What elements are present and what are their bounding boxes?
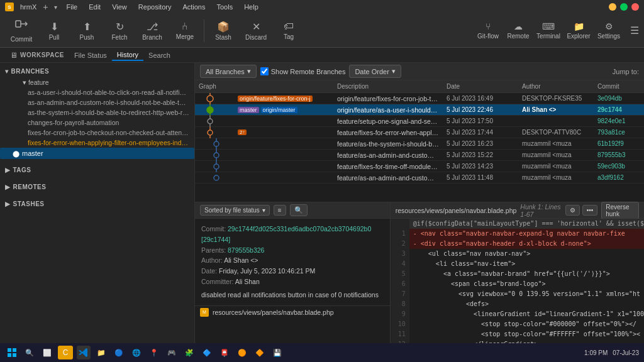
row-commit: 793a81ce	[594, 129, 644, 136]
minimize-btn[interactable]	[609, 3, 616, 11]
diff-more-btn[interactable]: •••	[582, 205, 598, 216]
history-row[interactable]: feature/as-an-admin-and-custom-role-i-sh…	[195, 172, 644, 184]
row-graph	[195, 172, 333, 184]
diff-line-content: @if($configData["mainLayoutType"] === 'h…	[409, 219, 644, 229]
commit-button[interactable]: Commit	[5, 16, 38, 45]
menu-actions[interactable]: Actions	[180, 2, 208, 12]
fetch-button[interactable]: ↻ Fetch	[103, 16, 136, 45]
row-desc: feature/setup-one-signal-and-session-tim…	[333, 118, 443, 125]
master-branch-item[interactable]: ⬤ master	[0, 148, 194, 159]
branches-arrow-icon: ▾	[5, 68, 9, 75]
file-status-tab[interactable]: File Status	[69, 50, 112, 60]
list-view-btn[interactable]: ≡	[274, 205, 286, 216]
history-row[interactable]: feature/as-the-system-i-should-be-able-t…	[195, 138, 644, 150]
history-row-selected[interactable]: master origin/master origin/feature/as-a…	[195, 104, 644, 116]
commit-message: disabled read all notifications button i…	[201, 290, 384, 300]
show-remote-input[interactable]	[260, 67, 269, 75]
show-remote-checkbox[interactable]: Show Remote Branches	[260, 67, 346, 75]
extra-icon-7[interactable]: 📮	[218, 346, 231, 359]
author-line: Author: Ali Shan <>	[201, 255, 384, 266]
add-repo-btn[interactable]: +	[43, 2, 48, 12]
expand-icon[interactable]: ▾	[54, 4, 57, 11]
push-button[interactable]: ⬆ Push	[70, 16, 103, 45]
branch-button[interactable]: ⎇ Branch	[136, 16, 169, 45]
branch-item-5[interactable]: fixes-for-cron-job-to-checkout-non-check…	[0, 128, 194, 138]
changed-file-item[interactable]: M resources/views/panels/navbar.blade.ph…	[195, 306, 390, 319]
branch-item-4[interactable]: changes-for-payroll-automation	[0, 118, 194, 128]
task-view-btn[interactable]: ⬜	[40, 346, 54, 359]
tag-button[interactable]: 🏷 Tag	[272, 16, 305, 45]
chrome-taskbar-btn[interactable]: C	[58, 346, 73, 359]
diff-settings-btn[interactable]: ⚙	[565, 205, 580, 216]
git-flow-button[interactable]: ⑂ Git-flow	[474, 16, 502, 45]
hamburger-menu-icon[interactable]: ☰	[630, 25, 639, 36]
extra-icon-4[interactable]: 🎮	[165, 346, 179, 359]
close-btn[interactable]	[631, 3, 639, 11]
branch-item-1[interactable]: as-a-user-i-should-not-able-to-click-on-…	[0, 87, 194, 97]
branch-item-2[interactable]: as-an-admin-and-custom-role-i-should-not…	[0, 97, 194, 107]
menu-tools[interactable]: Tools	[214, 2, 235, 12]
extra-icon-2[interactable]: 🌐	[130, 346, 143, 359]
row-desc: origin/feature/fixes-for-cron-job-to-che…	[333, 95, 443, 102]
history-row[interactable]: 2↑ feature/fixes-for-error-when-applying…	[195, 127, 644, 138]
jump-to-label: Jump to:	[613, 68, 639, 75]
extra-icon-1[interactable]: 🔵	[112, 346, 126, 359]
stash-label: Stash	[215, 34, 231, 41]
tags-header[interactable]: ▶ TAGS	[0, 164, 194, 176]
extra-icon-9[interactable]: 🔶	[253, 346, 267, 359]
branch-item-3[interactable]: as-the-system-i-should-be-able-to-redire…	[0, 107, 194, 118]
row-commit: 59ec903b	[594, 163, 644, 170]
committer-line: Committer: Ali Shan	[201, 277, 384, 287]
settings-button[interactable]: ⚙ Settings	[595, 16, 623, 45]
row-date: 5 Jul 2023 14:23	[443, 163, 518, 170]
branches-header[interactable]: ▾ BRANCHES	[0, 65, 194, 77]
vscode-taskbar-btn[interactable]	[77, 346, 91, 359]
row-author: muzammil <muza	[518, 140, 594, 147]
history-row[interactable]: origin/feature/fixes-for-cron-j origin/f…	[195, 93, 644, 104]
history-row[interactable]: feature/setup-one-signal-and-session-tim…	[195, 116, 644, 127]
maximize-btn[interactable]	[620, 3, 628, 11]
search-icon: 🔍	[294, 206, 303, 214]
start-btn[interactable]	[5, 346, 19, 359]
author-label: Author:	[201, 256, 224, 264]
reverse-hunk-btn[interactable]: Reverse hunk	[601, 202, 639, 219]
pull-button[interactable]: ⬇ Pull	[38, 16, 70, 45]
stash-button[interactable]: 📦 Stash	[207, 16, 240, 45]
extra-icon-6[interactable]: 🔷	[200, 346, 214, 359]
extra-icon-10[interactable]: 💾	[270, 346, 284, 359]
tags-arrow-icon: ▶	[5, 167, 11, 173]
history-row[interactable]: feature/fixes-for-time-off-module-on-the…	[195, 161, 644, 172]
remote-button[interactable]: ☁ Remote	[504, 16, 532, 45]
menu-repository[interactable]: Repository	[136, 2, 174, 12]
extra-icon-5[interactable]: 🧩	[182, 346, 196, 359]
row-desc: origin/feature/as-a-user-i-should-not-be…	[333, 106, 443, 114]
folder-taskbar-btn[interactable]: 📁	[94, 346, 108, 359]
discard-button[interactable]: ✕ Discard	[240, 16, 272, 45]
stashes-header[interactable]: ▶ STASHES	[0, 198, 194, 210]
date-order-dropdown[interactable]: Date Order ▾	[349, 65, 401, 78]
history-row[interactable]: feature/as-an-admin-and-custom-role-i-sh…	[195, 150, 644, 161]
extra-icon-8[interactable]: 🟠	[235, 346, 249, 359]
search-btn[interactable]: 🔍	[290, 204, 308, 216]
branch-item-6[interactable]: fixes-for-error-when-applying-filter-on-…	[0, 138, 194, 148]
merge-button[interactable]: ⑃ Merge	[169, 16, 201, 45]
search-taskbar-btn[interactable]: 🔍	[23, 346, 36, 359]
extra-icon-3[interactable]: 📍	[147, 346, 161, 359]
menu-edit[interactable]: Edit	[86, 2, 103, 12]
explorer-button[interactable]: 📁 Explorer	[565, 16, 592, 45]
all-branches-dropdown[interactable]: All Branches ▾	[200, 65, 257, 78]
feature-branch-label: feature	[28, 79, 49, 86]
menu-help[interactable]: Help	[242, 2, 261, 12]
search-tab[interactable]: Search	[143, 50, 175, 60]
menu-view[interactable]: View	[109, 2, 130, 12]
pull-label: Pull	[49, 34, 60, 41]
sort-by-file-status[interactable]: Sorted by file status ▾	[200, 205, 270, 216]
feature-branch-group[interactable]: ▾ feature	[0, 77, 194, 87]
row-graph	[195, 138, 333, 150]
remotes-header[interactable]: ▶ REMOTES	[0, 181, 194, 193]
terminal-button[interactable]: ⌨ Terminal	[535, 16, 562, 45]
history-tab[interactable]: History	[112, 50, 143, 61]
menu-file[interactable]: File	[64, 2, 80, 12]
commit-toolbar: Sorted by file status ▾ ≡ 🔍	[195, 202, 390, 219]
merge-label: Merge	[176, 33, 194, 40]
